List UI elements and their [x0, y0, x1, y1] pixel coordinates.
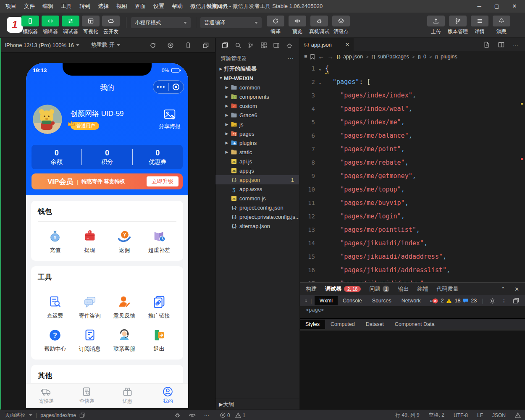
tree-item-app.json[interactable]: {..}app.json1 — [215, 175, 299, 184]
search-icon[interactable] — [235, 42, 242, 49]
action-编译[interactable]: 编译 — [265, 16, 286, 35]
toggle-可视化[interactable]: 可视化 — [81, 16, 101, 35]
compile-select[interactable]: 普通编译 — [200, 17, 262, 28]
files-icon[interactable] — [222, 42, 228, 49]
tree-item-project.private.config.js...[interactable]: {..}project.private.config.js... — [215, 212, 299, 221]
nav-back-icon[interactable]: ← — [318, 53, 324, 60]
gear-icon[interactable] — [489, 298, 496, 304]
debug-tab-代码质量[interactable]: 代码质量 — [436, 285, 458, 293]
code-editor[interactable]: 1⌄{2⌄ "pages": [3 "pages/index/index",4 … — [300, 62, 519, 282]
menu-item-2[interactable]: 编辑 — [39, 0, 57, 13]
outline-list-icon[interactable]: ≡ — [304, 54, 307, 60]
tree-item-api.js[interactable]: JSapi.js — [215, 157, 299, 166]
drawer-icon[interactable] — [513, 298, 519, 304]
device-icon[interactable] — [185, 42, 192, 49]
vconsole-bug-icon[interactable] — [174, 412, 181, 418]
action-版本管理[interactable]: 版本管理 — [447, 16, 469, 35]
menu-item-6[interactable]: 视图 — [113, 0, 131, 13]
tab-我的[interactable]: 我的 — [148, 383, 189, 408]
more-tabs-icon[interactable]: » — [430, 298, 433, 304]
action-消息[interactable]: 消息 — [491, 16, 512, 35]
style-tab-Dataset[interactable]: Dataset — [360, 320, 389, 329]
devtools-tab-Network[interactable]: Network — [396, 296, 426, 305]
debug-tab-输出[interactable]: 输出 — [398, 285, 409, 293]
mode-select[interactable]: 小程序模式 — [131, 17, 191, 28]
nav-forward-icon[interactable]: → — [327, 53, 333, 60]
action-上传[interactable]: 上传 — [425, 16, 447, 35]
open-editors-section[interactable]: ▶打开的编辑器 — [215, 64, 299, 74]
open-changes-icon[interactable] — [483, 42, 490, 48]
fold-icon[interactable]: ⌄ — [315, 66, 325, 71]
toggle-云开发[interactable]: 云开发 — [101, 16, 121, 35]
page-path-select[interactable]: 页面路径 — [5, 412, 32, 419]
breadcrumb-item[interactable]: 0 — [423, 54, 426, 60]
kebab-menu-icon[interactable]: ⋮ — [501, 298, 507, 304]
status-item-1[interactable]: 空格: 2 — [429, 412, 444, 419]
tree-item-common.js[interactable]: JScommon.js — [215, 194, 299, 203]
editor-more-icon[interactable]: ··· — [513, 42, 518, 48]
menu-item-1[interactable]: 文件 — [20, 0, 39, 13]
menu-item-4[interactable]: 转到 — [76, 0, 94, 13]
debug-tab-构建[interactable]: 构建 — [306, 285, 317, 293]
tree-item-app.js[interactable]: JSapp.js — [215, 166, 299, 175]
grid-item-超重补差[interactable]: 超重补差 — [142, 229, 177, 254]
style-tab-Styles[interactable]: Styles — [300, 320, 325, 329]
devtools-tab-Console[interactable]: Console — [338, 296, 367, 305]
upgrade-button[interactable]: 立即升级 — [147, 176, 178, 186]
split-editor-icon[interactable] — [498, 42, 504, 48]
close-button[interactable]: ✕ — [506, 0, 523, 13]
copy-icon[interactable] — [79, 412, 85, 418]
menu-item-3[interactable]: 工具 — [57, 0, 76, 13]
menu-item-5[interactable]: 选择 — [94, 0, 113, 13]
action-详情[interactable]: 详情 — [469, 16, 491, 35]
collapse-icon[interactable]: ⌃ — [501, 286, 505, 292]
close-tab-icon[interactable]: ✕ — [345, 42, 349, 47]
debug-tab-终端[interactable]: 终端 — [417, 285, 428, 293]
problems-errors[interactable]: 0 — [220, 412, 230, 418]
toggle-模拟器[interactable]: 模拟器 — [20, 16, 40, 35]
avatar[interactable] — [33, 105, 62, 134]
outline-section[interactable]: ▶大纲 — [215, 399, 299, 410]
preview-eye-icon[interactable] — [189, 412, 196, 418]
teapot-icon[interactable] — [286, 42, 293, 49]
action-真机调试[interactable]: 真机调试 — [308, 16, 330, 35]
grid-item-订阅消息[interactable]: 订阅消息 — [73, 328, 108, 353]
breadcrumb-item[interactable]: subPackages — [378, 54, 409, 60]
breadcrumb-item[interactable]: plugins — [441, 54, 457, 60]
tree-item-app.wxss[interactable]: ʒapp.wxss — [215, 184, 299, 194]
tree-item-static[interactable]: ▶static — [215, 147, 299, 157]
action-预览[interactable]: 预览 — [286, 16, 308, 35]
problems-warnings[interactable]: 1 — [235, 412, 246, 418]
status-item-3[interactable]: LF — [477, 412, 483, 418]
stop-icon[interactable] — [167, 42, 174, 49]
grid-item-联系客服[interactable]: 联系客服 — [107, 328, 142, 353]
stat-积分[interactable]: 0积分 — [82, 149, 132, 166]
menu-item-7[interactable]: 界面 — [131, 0, 150, 13]
share-poster-button[interactable]: 分享海报 — [159, 108, 181, 130]
grid-item-退出[interactable]: 退出 — [142, 328, 177, 353]
debug-tab-调试器[interactable]: 调试器2, 18 — [325, 285, 361, 293]
panel-icon[interactable] — [273, 42, 280, 49]
action-清缓存[interactable]: 清缓存 — [330, 16, 352, 35]
status-item-0[interactable]: 行 49, 列 9 — [395, 412, 419, 419]
stat-余额[interactable]: 0余额 — [32, 149, 81, 166]
tree-item-custom[interactable]: ▶custom — [215, 101, 299, 110]
git-icon[interactable] — [247, 42, 254, 49]
close-debugger-icon[interactable]: ✕ — [514, 286, 519, 292]
status-item-4[interactable]: JSON — [492, 412, 506, 418]
tree-item-js[interactable]: ▶JSjs — [215, 120, 299, 129]
bookmark-icon[interactable] — [310, 54, 315, 60]
inspect-icon[interactable] — [305, 297, 307, 304]
fold-icon[interactable]: ⌄ — [315, 80, 325, 84]
sim-more-icon[interactable]: ··· — [204, 412, 209, 418]
grid-item-返佣[interactable]: ¥返佣 — [107, 229, 142, 254]
close-miniprogram-button[interactable] — [169, 84, 184, 90]
tree-item-components[interactable]: ▶components — [215, 92, 299, 101]
grid-item-推广链接[interactable]: 推广链接 — [142, 295, 177, 320]
status-item-2[interactable]: UTF-8 — [454, 412, 468, 418]
windows-icon[interactable] — [202, 42, 209, 49]
debug-tab-问题[interactable]: 问题1 — [369, 285, 389, 293]
stat-优惠券[interactable]: 0优惠券 — [133, 149, 183, 166]
devtools-tab-Sources[interactable]: Sources — [367, 296, 396, 305]
status-warning-icon[interactable] — [515, 412, 521, 418]
